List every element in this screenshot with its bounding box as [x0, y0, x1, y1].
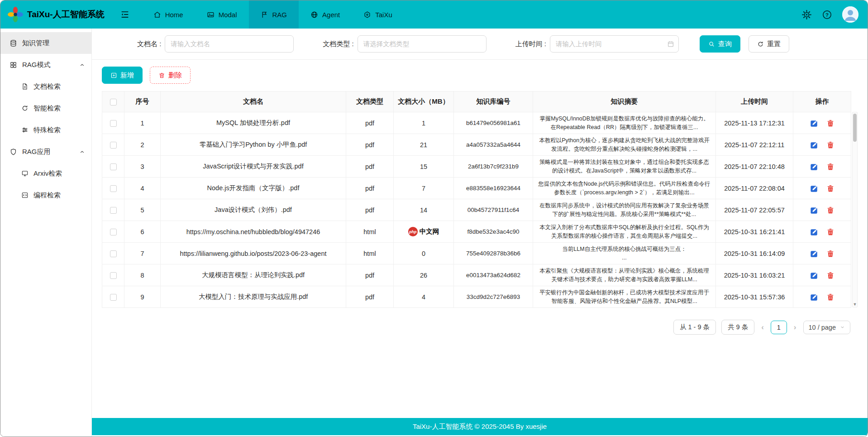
cell-upload-time: 2025-11-07 22:12:11	[716, 134, 793, 156]
delete-icon[interactable]	[826, 119, 835, 127]
next-page-button[interactable]: ›	[792, 323, 798, 332]
edit-pencil-glyph	[810, 141, 818, 149]
nav-label: Home	[165, 11, 183, 19]
nav-item-agent[interactable]: Agent	[299, 0, 352, 29]
edit-icon[interactable]	[810, 293, 818, 301]
search-icon	[708, 41, 715, 48]
cell-doc-size: 1	[394, 112, 454, 134]
settings-gear-icon[interactable]	[801, 10, 812, 20]
row-checkbox[interactable]	[110, 294, 117, 301]
delete-icon[interactable]	[826, 228, 835, 236]
trash-glyph	[826, 141, 835, 149]
cell-upload-time: 2025-10-31 16:03:21	[716, 264, 793, 286]
cell-doc-name: Node.js开发指南（文字版）.pdf	[161, 178, 346, 199]
row-checkbox[interactable]	[110, 185, 117, 192]
header-actions: 操作	[793, 91, 851, 112]
sidebar-item-knowledge-manage[interactable]: 知识管理	[0, 32, 91, 54]
delete-icon[interactable]	[826, 163, 835, 171]
cell-kb-id: 33cd9d2c727e6893	[454, 286, 533, 308]
navbar-right: ?	[801, 6, 858, 23]
nav-item-home[interactable]: Home	[142, 0, 195, 29]
delete-icon[interactable]	[826, 206, 835, 214]
help-icon[interactable]: ?	[822, 10, 832, 20]
row-checkbox[interactable]	[110, 250, 117, 257]
cell-doc-name: 大模型入门：技术原理与实战应用.pdf	[161, 286, 346, 308]
main-nav: Home Modal RAG Agent TaiXu	[142, 0, 404, 29]
delete-icon[interactable]	[826, 141, 835, 149]
cell-index: 2	[124, 134, 161, 156]
nav-label: Modal	[219, 11, 237, 19]
scrollbar-thumb[interactable]	[853, 114, 857, 142]
main-content: 文档名 : 文档类型 : 上传时间 :	[92, 29, 868, 437]
doc-type-select[interactable]	[358, 35, 486, 53]
user-avatar[interactable]	[842, 6, 858, 23]
sidebar-item-smart-search[interactable]: 智能检索	[0, 97, 91, 119]
delete-button[interactable]: 删除	[150, 67, 191, 84]
table-scrollbar[interactable]: ▼	[852, 112, 858, 307]
row-checkbox[interactable]	[110, 120, 117, 127]
sidebar-item-arxiv-search[interactable]: Arxiv检索	[0, 163, 91, 184]
upload-time-input[interactable]	[550, 35, 679, 53]
sidebar-item-code-search[interactable]: 编程检索	[0, 184, 91, 206]
nav-item-taixu[interactable]: TaiXu	[352, 0, 404, 29]
pagination: 从 1 - 9 条 共 9 条 ‹ 1 › 10 / page	[92, 308, 868, 335]
sliders-icon	[21, 126, 29, 134]
upload-time-label: 上传时间 :	[515, 40, 546, 48]
edit-icon[interactable]	[810, 250, 818, 258]
table-row: 7https://lilianweng.github.io/posts/2023…	[102, 243, 851, 264]
row-checkbox[interactable]	[110, 142, 117, 149]
delete-icon[interactable]	[826, 184, 835, 192]
pagination-total: 共 9 条	[721, 320, 754, 335]
delete-icon[interactable]	[826, 271, 835, 279]
add-button[interactable]: 新增	[102, 67, 143, 84]
monitor-icon	[21, 170, 29, 177]
row-checkbox[interactable]	[110, 272, 117, 279]
sidebar-item-special-search[interactable]: 特殊检索	[0, 119, 91, 141]
nav-item-modal[interactable]: Modal	[195, 0, 249, 29]
edit-icon[interactable]	[810, 184, 818, 192]
edit-icon[interactable]	[810, 228, 818, 236]
page-size-select[interactable]: 10 / page	[803, 321, 850, 334]
sidebar-group-rag-app[interactable]: RAG应用	[0, 141, 91, 163]
table-row: 6https://my.oschina.net/hubbledb/blog/49…	[102, 221, 851, 243]
sidebar-group-rag-mode[interactable]: RAG模式	[0, 54, 91, 76]
svg-text:?: ?	[825, 12, 829, 17]
cell-doc-type: pdf	[346, 178, 394, 199]
row-checkbox[interactable]	[110, 229, 117, 235]
delete-icon[interactable]	[826, 250, 835, 258]
row-checkbox[interactable]	[110, 163, 117, 170]
edit-pencil-glyph	[810, 163, 818, 171]
header-doc-size: 文档大小（MB）	[394, 91, 454, 112]
cell-doc-name: Java设计模式（刘伟）.pdf	[161, 199, 346, 221]
doc-type-label: 文档类型 :	[323, 40, 353, 48]
menu-fold-icon[interactable]	[120, 10, 130, 19]
edit-icon[interactable]	[810, 119, 818, 127]
cell-upload-time: 2025-10-31 16:21:41	[716, 221, 793, 243]
edit-icon[interactable]	[810, 206, 818, 214]
cell-doc-type: pdf	[346, 286, 394, 308]
sidebar-item-doc-search[interactable]: 文档检索	[0, 76, 91, 97]
refresh-icon	[757, 41, 764, 48]
cell-summary: 策略模式是一种将算法封装在独立对象中，通过组合和委托实现多态的设计模式。在Jav…	[533, 156, 716, 178]
edit-icon[interactable]	[810, 271, 818, 279]
sidebar-item-label: 编程检索	[33, 191, 61, 200]
doc-name-input[interactable]	[165, 35, 294, 53]
delete-icon[interactable]	[826, 293, 835, 301]
query-button[interactable]: 查询	[700, 35, 740, 53]
app-footer: TaiXu-人工智能系统 © 2025-2045 By xuesjie	[92, 418, 868, 435]
trash-icon	[158, 72, 165, 79]
select-all-checkbox[interactable]	[110, 99, 117, 106]
scrollbar-down-arrow[interactable]: ▼	[853, 302, 857, 307]
nav-label: TaiXu	[375, 11, 392, 19]
prev-page-button[interactable]: ‹	[760, 323, 765, 332]
doc-name-group: 文档名 :	[137, 35, 294, 53]
row-checkbox[interactable]	[110, 207, 117, 214]
edit-icon[interactable]	[810, 141, 818, 149]
app-logo-icon	[8, 7, 23, 22]
reset-button[interactable]: 重置	[749, 35, 789, 53]
cell-index: 8	[124, 264, 161, 286]
edit-icon[interactable]	[810, 163, 818, 171]
page-1-button[interactable]: 1	[771, 321, 787, 334]
php-site-logo: php中文网	[408, 227, 439, 236]
nav-item-rag[interactable]: RAG	[249, 0, 299, 29]
